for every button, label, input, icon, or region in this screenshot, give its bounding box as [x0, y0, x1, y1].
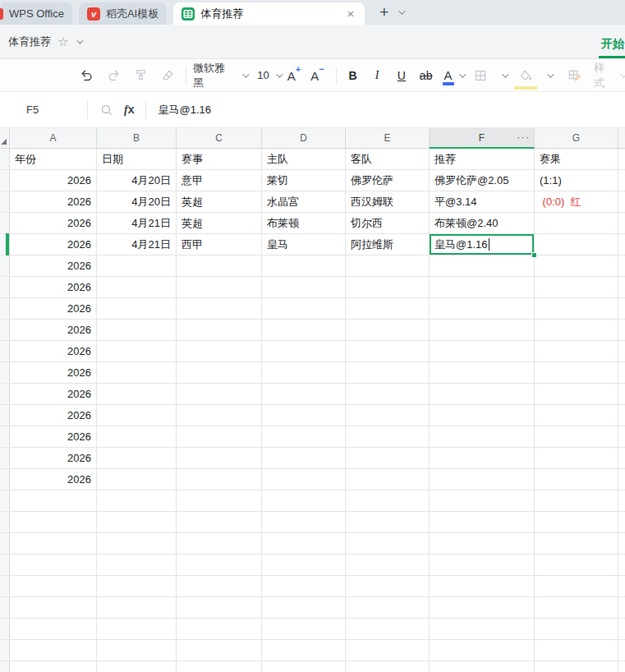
cell-C11[interactable]: [177, 362, 262, 384]
cell-C12[interactable]: [177, 384, 262, 405]
cell-A22[interactable]: [10, 597, 97, 619]
cell-F9[interactable]: [430, 320, 535, 341]
close-tab-icon[interactable]: ×: [344, 7, 356, 21]
cell-A15[interactable]: 2026: [10, 448, 97, 469]
cell-F12[interactable]: [430, 384, 535, 405]
cell-G11[interactable]: [535, 362, 618, 384]
row-gutter-9[interactable]: [0, 320, 10, 341]
cell-G25[interactable]: [535, 661, 618, 672]
row-gutter-19[interactable]: [0, 533, 10, 555]
cell-G8[interactable]: [535, 298, 618, 320]
cell-C5[interactable]: 西甲: [177, 234, 262, 255]
cell-G2[interactable]: (1:1): [535, 170, 618, 191]
cell-A7[interactable]: 2026: [10, 277, 97, 298]
row-gutter-11[interactable]: [0, 362, 10, 384]
cell-B2[interactable]: 4月20日: [97, 170, 177, 191]
row-gutter-24[interactable]: [0, 640, 10, 661]
cell-B9[interactable]: [97, 320, 177, 341]
cell-F20[interactable]: [430, 555, 535, 576]
column-header-D[interactable]: D: [262, 128, 346, 149]
decrease-font-button[interactable]: A−: [310, 67, 324, 83]
font-color-button[interactable]: A: [444, 68, 453, 82]
cell-E4[interactable]: 切尔西: [346, 213, 430, 234]
formula-input[interactable]: 皇马@1.16: [158, 103, 211, 117]
cell-G24[interactable]: [535, 640, 618, 661]
cell-C24[interactable]: [177, 640, 262, 661]
cell-B11[interactable]: [97, 362, 177, 384]
cell-A19[interactable]: [10, 533, 97, 555]
cell-B13[interactable]: [97, 405, 177, 426]
cell-F15[interactable]: [430, 448, 535, 469]
cell-F14[interactable]: [430, 426, 535, 448]
tab-docer-ai-templates[interactable]: v 稻壳AI模板: [79, 2, 167, 25]
cell-E5[interactable]: 阿拉维斯: [346, 234, 430, 255]
cell-D4[interactable]: 布莱顿: [262, 213, 346, 234]
column-menu-icon[interactable]: ···: [517, 131, 530, 143]
cell-G16[interactable]: [535, 469, 618, 490]
cell-C25[interactable]: [177, 661, 262, 672]
cell-E15[interactable]: [346, 448, 430, 469]
borders-chevron-down-icon[interactable]: [503, 71, 509, 77]
cell-G21[interactable]: [535, 576, 618, 597]
cell-E12[interactable]: [346, 384, 430, 405]
cell-A8[interactable]: 2026: [10, 298, 97, 320]
cell-C20[interactable]: [177, 555, 262, 576]
insert-function-button[interactable]: fx: [124, 103, 134, 117]
column-header-B[interactable]: B: [97, 128, 177, 149]
row-gutter-3[interactable]: [0, 191, 10, 213]
underline-button[interactable]: U: [392, 69, 411, 82]
cell-C14[interactable]: [177, 426, 262, 448]
cell-E10[interactable]: [346, 341, 430, 362]
cell-B5[interactable]: 4月21日: [97, 234, 177, 255]
row-gutter-20[interactable]: [0, 555, 10, 576]
cell-E11[interactable]: [346, 362, 430, 384]
cell-D8[interactable]: [262, 298, 346, 320]
cell-A16[interactable]: 2026: [10, 469, 97, 490]
cell-F2[interactable]: 佛罗伦萨@2.05: [430, 170, 535, 191]
increase-font-button[interactable]: A+: [287, 67, 301, 83]
cell-G6[interactable]: [535, 255, 618, 277]
cell-E19[interactable]: [346, 533, 430, 555]
cell-A21[interactable]: [10, 576, 97, 597]
cell-D12[interactable]: [262, 384, 346, 405]
cell-C18[interactable]: [177, 512, 262, 533]
cell-A13[interactable]: 2026: [10, 405, 97, 426]
cell-D10[interactable]: [262, 341, 346, 362]
cell-A23[interactable]: [10, 619, 97, 640]
cell-E20[interactable]: [346, 555, 430, 576]
new-tab-chevron-down-icon[interactable]: [399, 7, 406, 14]
cell-A1[interactable]: 年份: [10, 149, 97, 170]
cell-B12[interactable]: [97, 384, 177, 405]
cell-E24[interactable]: [346, 640, 430, 661]
cell-B4[interactable]: 4月21日: [97, 213, 177, 234]
cell-F10[interactable]: [430, 341, 535, 362]
cell-G3[interactable]: (0:0) 红: [535, 191, 618, 213]
cell-G13[interactable]: [535, 405, 618, 426]
cell-F8[interactable]: [430, 298, 535, 320]
cell-C22[interactable]: [177, 597, 262, 619]
fill-color-button[interactable]: [515, 65, 536, 86]
select-all-corner[interactable]: [0, 128, 10, 149]
row-gutter-7[interactable]: [0, 277, 10, 298]
tab-wps-office[interactable]: WPS Office: [0, 2, 72, 25]
cell-G22[interactable]: [535, 597, 618, 619]
cell-D14[interactable]: [262, 426, 346, 448]
row-gutter-8[interactable]: [0, 298, 10, 320]
cell-C4[interactable]: 英超: [177, 213, 262, 234]
cell-F18[interactable]: [430, 512, 535, 533]
column-header-F[interactable]: F···: [430, 128, 535, 149]
cell-C19[interactable]: [177, 533, 262, 555]
cell-F4[interactable]: 布莱顿@2.40: [430, 213, 535, 234]
cell-C17[interactable]: [177, 490, 262, 512]
cell-G14[interactable]: [535, 426, 618, 448]
cell-A20[interactable]: [10, 555, 97, 576]
cell-F21[interactable]: [430, 576, 535, 597]
cell-D18[interactable]: [262, 512, 346, 533]
cell-E25[interactable]: [346, 661, 430, 672]
cell-B15[interactable]: [97, 448, 177, 469]
cell-E14[interactable]: [346, 426, 430, 448]
cell-E21[interactable]: [346, 576, 430, 597]
row-gutter-12[interactable]: [0, 384, 10, 405]
cell-F19[interactable]: [430, 533, 535, 555]
cell-D16[interactable]: [262, 469, 346, 490]
